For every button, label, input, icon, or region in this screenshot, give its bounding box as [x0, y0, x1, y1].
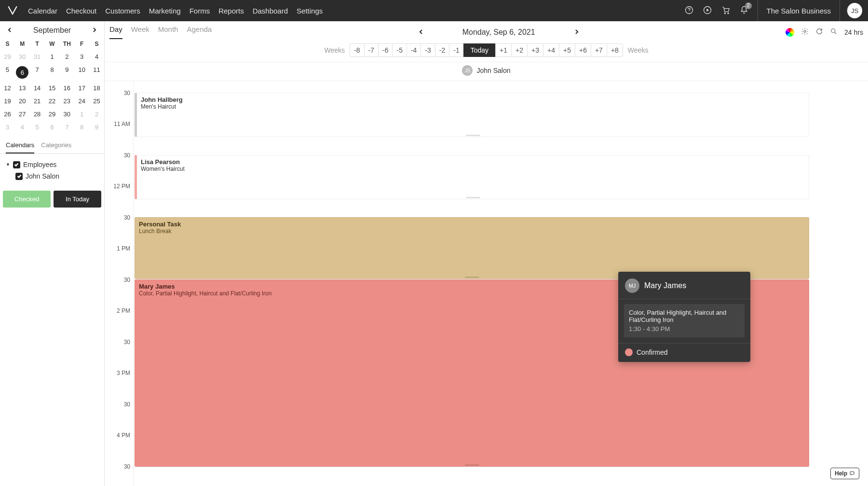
mini-day[interactable]: 2 — [59, 50, 74, 63]
mini-day[interactable]: 29 — [0, 50, 15, 63]
mini-day[interactable]: 28 — [30, 108, 45, 121]
mini-day[interactable]: 22 — [45, 95, 60, 108]
mini-day[interactable]: 3 — [74, 50, 89, 63]
mini-day[interactable]: 29 — [45, 108, 60, 121]
offset--4[interactable]: -4 — [407, 43, 421, 57]
mini-day[interactable]: 20 — [15, 95, 30, 108]
mini-day[interactable]: 30 — [59, 108, 74, 121]
refresh-icon[interactable] — [815, 28, 823, 37]
mini-day[interactable]: 5 — [0, 63, 15, 82]
nav-settings[interactable]: Settings — [297, 7, 323, 15]
offset--6[interactable]: -6 — [378, 43, 393, 57]
next-day-button[interactable] — [574, 28, 580, 36]
offset--3[interactable]: -3 — [420, 43, 435, 57]
mini-day[interactable]: 1 — [74, 108, 89, 121]
mini-day[interactable]: 6 — [45, 121, 60, 134]
mini-day[interactable]: 7 — [59, 121, 74, 134]
offset-+3[interactable]: +3 — [527, 43, 543, 57]
user-avatar[interactable]: JS — [847, 3, 862, 18]
offset-+7[interactable]: +7 — [591, 43, 607, 57]
help-button[interactable]: Help — [830, 468, 859, 479]
offset-+2[interactable]: +2 — [511, 43, 528, 57]
mini-day[interactable]: 24 — [74, 95, 89, 108]
tab-categories[interactable]: Categories — [41, 138, 71, 153]
settings-icon[interactable] — [801, 28, 809, 37]
appointment[interactable]: Personal TaskLunch Break — [135, 217, 809, 279]
today-button[interactable]: Today — [463, 43, 496, 57]
offset--8[interactable]: -8 — [350, 43, 364, 57]
mini-day[interactable]: 11 — [89, 63, 104, 82]
checked-button[interactable]: Checked — [3, 191, 51, 208]
mini-day[interactable]: 12 — [0, 82, 15, 95]
color-icon[interactable] — [786, 28, 794, 37]
mini-day[interactable]: 7 — [30, 63, 45, 82]
nav-reports[interactable]: Reports — [218, 7, 244, 15]
offset--7[interactable]: -7 — [364, 43, 379, 57]
mini-day[interactable]: 26 — [0, 108, 15, 121]
mini-day[interactable]: 9 — [59, 63, 74, 82]
offset-+6[interactable]: +6 — [575, 43, 591, 57]
offset-+5[interactable]: +5 — [559, 43, 575, 57]
mini-day[interactable]: 1 — [45, 50, 60, 63]
calendar-group-employees[interactable]: ▼ Employees — [6, 159, 98, 170]
play-icon[interactable] — [703, 5, 712, 16]
offset--5[interactable]: -5 — [392, 43, 407, 57]
resize-handle[interactable] — [466, 197, 480, 198]
mini-day[interactable]: 17 — [74, 82, 89, 95]
nav-calendar[interactable]: Calendar — [28, 7, 57, 15]
search-icon[interactable] — [830, 28, 838, 37]
view-day[interactable]: Day — [109, 25, 122, 39]
nav-dashboard[interactable]: Dashboard — [253, 7, 288, 15]
in-today-button[interactable]: In Today — [54, 191, 101, 208]
tab-calendars[interactable]: Calendars — [6, 138, 34, 153]
offset-+1[interactable]: +1 — [495, 43, 512, 57]
mini-day[interactable]: 8 — [74, 121, 89, 134]
view-month[interactable]: Month — [158, 25, 178, 39]
mini-day[interactable]: 14 — [30, 82, 45, 95]
mini-day[interactable]: 9 — [89, 121, 104, 134]
mini-day[interactable]: 15 — [45, 82, 60, 95]
offset-+4[interactable]: +4 — [543, 43, 559, 57]
mini-day[interactable]: 3 — [0, 121, 15, 134]
mini-day[interactable]: 30 — [15, 50, 30, 63]
help-icon[interactable] — [684, 5, 694, 16]
nav-customers[interactable]: Customers — [105, 7, 140, 15]
next-month-button[interactable] — [92, 27, 97, 34]
business-name[interactable]: The Salon Business — [758, 0, 831, 21]
checkbox-john[interactable] — [15, 173, 23, 180]
mini-day[interactable]: 19 — [0, 95, 15, 108]
mini-day[interactable]: 16 — [59, 82, 74, 95]
offset--2[interactable]: -2 — [435, 43, 449, 57]
view-week[interactable]: Week — [131, 25, 149, 39]
appointment[interactable]: John HallbergMen's Haircut — [135, 93, 809, 137]
mini-day[interactable]: 21 — [30, 95, 45, 108]
mini-day[interactable]: 5 — [30, 121, 45, 134]
appointment[interactable]: Lisa PearsonWomen's Haircut — [135, 155, 809, 199]
cart-icon[interactable] — [721, 5, 731, 16]
mini-day[interactable]: 4 — [89, 50, 104, 63]
mini-day[interactable]: 31 — [30, 50, 45, 63]
nav-checkout[interactable]: Checkout — [66, 7, 96, 15]
offset-+8[interactable]: +8 — [607, 43, 623, 57]
view-agenda[interactable]: Agenda — [187, 25, 212, 39]
popup-service-box[interactable]: Color, Partial Highlight, Haircut and Fl… — [624, 304, 745, 337]
checkbox-employees[interactable] — [13, 161, 20, 168]
mini-day[interactable]: 25 — [89, 95, 104, 108]
mini-day[interactable]: 13 — [15, 82, 30, 95]
mini-day[interactable]: 2 — [89, 108, 104, 121]
logo-icon[interactable] — [6, 4, 19, 17]
calendar-item-john[interactable]: John Salon — [6, 170, 98, 182]
mini-day[interactable]: 18 — [89, 82, 104, 95]
mini-day[interactable]: 27 — [15, 108, 30, 121]
mini-day[interactable]: 4 — [15, 121, 30, 134]
prev-day-button[interactable] — [418, 28, 424, 36]
resize-handle[interactable] — [465, 277, 479, 278]
hours-toggle[interactable]: 24 hrs — [844, 28, 863, 36]
mini-day[interactable]: 6 — [15, 63, 30, 82]
resize-handle[interactable] — [465, 464, 479, 466]
offset--1[interactable]: -1 — [449, 43, 463, 57]
notifications-icon[interactable]: 2 — [739, 5, 749, 16]
mini-day[interactable]: 23 — [59, 95, 74, 108]
prev-month-button[interactable] — [7, 27, 13, 34]
resize-handle[interactable] — [466, 135, 480, 136]
